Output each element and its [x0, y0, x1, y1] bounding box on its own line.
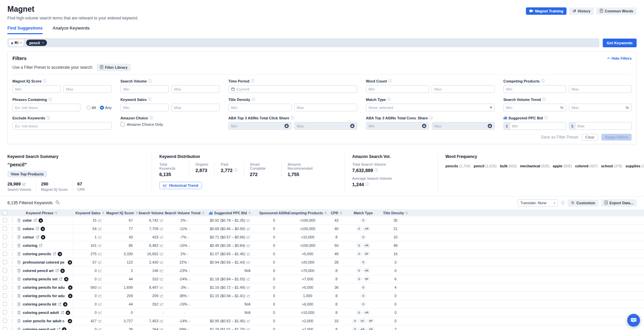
info-icon[interactable]: ⓘ: [374, 168, 378, 173]
filter-library-button[interactable]: Filter Library: [97, 64, 131, 71]
keyword-link[interactable]: colored pencil art: [23, 269, 54, 273]
ppc-max-input[interactable]: [577, 124, 629, 128]
chart-icon[interactable]: [160, 294, 164, 297]
title-density-min-input[interactable]: [228, 104, 291, 111]
search-volume-max-input[interactable]: [171, 85, 220, 93]
get-keywords-button[interactable]: Get Keywords: [603, 39, 637, 47]
external-link-icon[interactable]: [58, 302, 61, 306]
magnet-training-button[interactable]: Magnet Training: [526, 7, 567, 15]
keyword-sales-min-input[interactable]: [120, 104, 169, 111]
search-icon[interactable]: [55, 200, 60, 206]
search-volume-min-input[interactable]: [120, 85, 169, 93]
chart-icon[interactable]: [98, 269, 102, 272]
svt-max-input[interactable]: [572, 106, 624, 110]
chart-icon[interactable]: [98, 235, 102, 239]
historical-trend-button[interactable]: Historical Trend: [159, 182, 202, 189]
info-icon[interactable]: ⓘ: [148, 97, 152, 102]
chart-icon[interactable]: [247, 261, 251, 264]
delete-keyword-button[interactable]: [15, 218, 23, 222]
customize-button[interactable]: Customize: [568, 200, 598, 207]
chart-icon[interactable]: [247, 319, 251, 323]
external-link-icon[interactable]: [57, 328, 60, 330]
chart-icon[interactable]: [247, 244, 251, 247]
row-menu-button[interactable]: ⋮: [10, 310, 15, 315]
row-menu-button[interactable]: ⋮: [10, 260, 15, 265]
match-type-select[interactable]: None selected ▾: [366, 104, 495, 111]
ppc-min-input[interactable]: [512, 124, 564, 128]
chart-icon[interactable]: [247, 252, 251, 256]
delete-keyword-button[interactable]: [15, 269, 23, 273]
row-menu-button[interactable]: ⋮: [10, 268, 15, 273]
info-icon[interactable]: ⓘ: [561, 200, 565, 206]
row-checkbox[interactable]: [3, 302, 7, 306]
delete-keyword-button[interactable]: [15, 252, 23, 256]
row-checkbox[interactable]: [3, 327, 7, 330]
info-icon[interactable]: ⓘ: [48, 97, 52, 102]
row-checkbox[interactable]: [3, 268, 7, 273]
title-density-max-input[interactable]: [294, 104, 357, 111]
chart-icon[interactable]: [160, 277, 164, 281]
delete-keyword-button[interactable]: [15, 294, 23, 298]
chart-icon[interactable]: [247, 227, 251, 230]
delete-keyword-button[interactable]: [15, 260, 23, 264]
marketplace-selector[interactable]: a ▾: [9, 40, 23, 46]
row-checkbox[interactable]: [3, 293, 7, 298]
row-checkbox[interactable]: [3, 218, 7, 222]
keyword-link[interactable]: coloring pencils for adu: [23, 285, 65, 289]
row-menu-button[interactable]: ⋮: [10, 243, 15, 248]
keyword-link[interactable]: color pencils for adult c: [23, 319, 64, 323]
save-filter-preset-link[interactable]: Save as Filter Preset: [541, 135, 578, 140]
info-icon[interactable]: ⓘ: [429, 116, 433, 120]
chart-icon[interactable]: [247, 328, 251, 330]
chart-icon[interactable]: [247, 277, 251, 281]
info-icon[interactable]: ⓘ: [541, 79, 545, 84]
chart-icon[interactable]: [247, 219, 251, 222]
chart-icon[interactable]: [160, 227, 164, 230]
svt-min-input[interactable]: [506, 106, 558, 110]
chart-icon[interactable]: [160, 244, 164, 247]
magnet-iq-min-input[interactable]: [12, 85, 61, 93]
chart-icon[interactable]: [22, 182, 26, 186]
column-header-magnet-iq-score[interactable]: Magnet IQ Score⇅: [107, 211, 138, 215]
row-menu-button[interactable]: ⋮: [10, 277, 15, 281]
info-icon[interactable]: ⓘ: [251, 79, 255, 84]
external-link-icon[interactable]: [36, 227, 39, 230]
column-header-title-density[interactable]: Title Density⇅: [380, 211, 411, 215]
row-menu-button[interactable]: ⋮: [10, 327, 15, 330]
row-checkbox[interactable]: [3, 319, 7, 323]
chart-icon[interactable]: [98, 261, 102, 264]
column-header-match-type[interactable]: Match Type: [346, 211, 380, 215]
select-all-checkbox[interactable]: [3, 211, 7, 215]
row-checkbox[interactable]: [3, 310, 7, 315]
time-period-input[interactable]: [228, 85, 357, 93]
external-link-icon[interactable]: [55, 269, 59, 272]
chart-icon[interactable]: [160, 286, 164, 289]
word-count-min-input[interactable]: [366, 85, 429, 93]
chart-icon[interactable]: [98, 328, 102, 330]
keyword-link[interactable]: color: [23, 218, 32, 222]
row-menu-button[interactable]: ⋮: [10, 302, 15, 307]
radio-all[interactable]: All: [87, 106, 96, 110]
magnet-iq-max-input[interactable]: [63, 85, 112, 93]
keyword-link[interactable]: coloring pencil adult: [23, 311, 59, 315]
delete-keyword-button[interactable]: [15, 319, 23, 323]
column-header-suggested-ppc-bid[interactable]: Suggested PPC Bid⇅: [201, 211, 259, 215]
delete-keyword-button[interactable]: [15, 311, 23, 315]
row-checkbox[interactable]: [3, 243, 7, 248]
apply-filters-button[interactable]: Apply Filters: [601, 134, 632, 141]
row-menu-button[interactable]: ⋮: [10, 252, 15, 256]
info-icon[interactable]: ⓘ: [290, 116, 294, 120]
column-header-sponsored-asins[interactable]: Sponsored ASINs: [259, 211, 289, 215]
keyword-link[interactable]: colour: [23, 235, 34, 239]
delete-keyword-button[interactable]: [15, 277, 23, 281]
info-icon[interactable]: ⓘ: [47, 116, 50, 120]
row-checkbox[interactable]: [3, 235, 7, 239]
info-icon[interactable]: ⓘ: [43, 79, 47, 84]
row-menu-button[interactable]: ⋮: [10, 218, 15, 223]
external-link-icon[interactable]: [53, 252, 56, 256]
chart-icon[interactable]: [98, 302, 102, 306]
column-header-keyword-phrase[interactable]: Keyword Phrase⇅: [10, 211, 73, 215]
competing-products-max-input[interactable]: [569, 85, 632, 93]
remove-keyword-icon[interactable]: ×: [42, 41, 44, 45]
delete-keyword-button[interactable]: [15, 227, 23, 231]
